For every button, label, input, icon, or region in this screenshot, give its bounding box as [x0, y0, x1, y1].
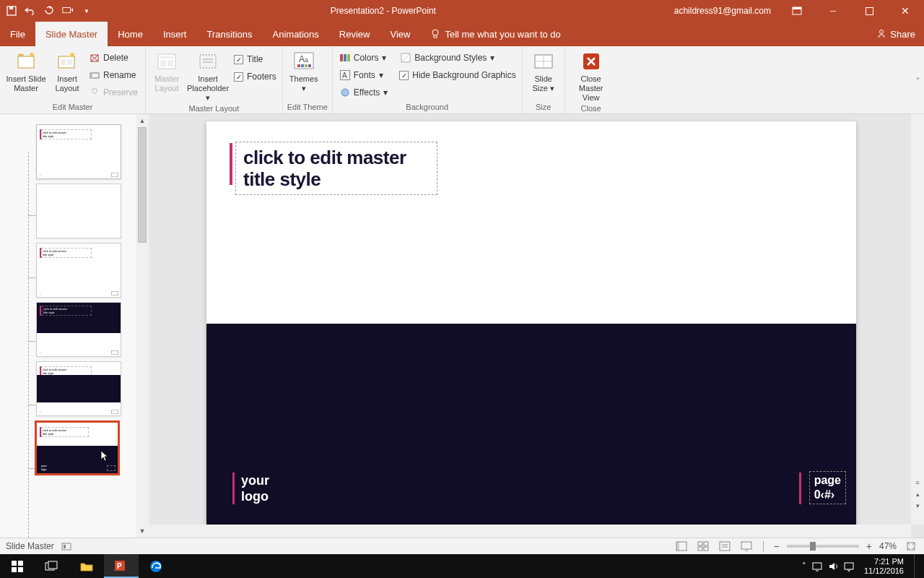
ribbon: Insert Slide Master Insert Layout Delete…	[0, 46, 924, 114]
zoom-in-button[interactable]: +	[866, 540, 872, 552]
svg-text:a: a	[305, 56, 308, 64]
colors-button[interactable]: Colors ▾	[337, 50, 391, 66]
close-master-view-button[interactable]: Close Master View	[570, 48, 613, 103]
minimize-button[interactable]: ─	[817, 0, 849, 22]
taskbar-clock[interactable]: 7:21 PM11/12/2016	[860, 557, 908, 576]
tray-volume-icon[interactable]	[828, 561, 838, 571]
editor-horizontal-scrollbar[interactable]	[149, 525, 911, 538]
title-placeholder[interactable]: click to edit master title style	[235, 142, 437, 195]
svg-rect-53	[18, 567, 23, 572]
svg-rect-46	[704, 547, 708, 551]
hide-background-graphics-checkbox[interactable]: ✓Hide Background Graphics	[398, 67, 517, 83]
slideshow-view-icon[interactable]	[739, 540, 754, 552]
svg-rect-2	[63, 8, 71, 13]
next-slide-icon[interactable]: ▾	[911, 500, 924, 512]
slide-canvas[interactable]: click to edit master title style yourlog…	[206, 121, 856, 526]
layout-thumbnail-5-selected[interactable]: click to edit mastertitle style yourlogo	[35, 420, 120, 475]
effects-button[interactable]: Effects ▾	[337, 85, 391, 100]
editor-vertical-scrollbar[interactable]	[911, 114, 924, 525]
hierarchy-line	[28, 152, 29, 538]
effects-icon	[340, 87, 350, 98]
account-name[interactable]: achildress91@gmail.com	[674, 6, 777, 16]
file-explorer-button[interactable]	[69, 554, 104, 578]
logo-placeholder[interactable]: yourlogo	[241, 473, 269, 504]
fonts-button[interactable]: AFonts ▾	[337, 67, 391, 83]
page-accent-bar	[799, 473, 801, 504]
cursor-icon	[100, 450, 109, 462]
undo-icon[interactable]	[25, 5, 36, 17]
insert-placeholder-button[interactable]: Insert Placeholder ▾	[186, 48, 230, 103]
svg-rect-12	[67, 59, 72, 65]
redo-icon[interactable]	[43, 5, 55, 17]
delete-button[interactable]: Delete	[87, 50, 141, 66]
status-mode: Slide Master	[6, 541, 54, 551]
rename-icon	[90, 70, 100, 80]
footers-checkbox[interactable]: ✓Footers	[232, 69, 278, 85]
scroll-up-icon[interactable]: ▲	[136, 114, 149, 127]
zoom-slider[interactable]	[787, 545, 859, 548]
show-desktop-button[interactable]	[914, 554, 918, 578]
master-thumbnail[interactable]: click to edit mastertitle style l	[36, 124, 121, 179]
slide-size-icon	[532, 50, 555, 73]
insert-slide-master-button[interactable]: Insert Slide Master	[4, 48, 48, 93]
tab-file[interactable]: File	[0, 22, 35, 46]
task-view-button[interactable]	[35, 554, 69, 578]
background-styles-button[interactable]: Background Styles ▾	[398, 50, 517, 66]
page-number-placeholder[interactable]: page0‹#›	[809, 471, 846, 504]
layout-thumbnail-1[interactable]	[36, 184, 121, 238]
collapse-ribbon-icon[interactable]: ˄	[916, 76, 920, 84]
prev-slide-icon[interactable]: ▴	[911, 488, 924, 500]
scrollbar-thumb[interactable]	[138, 127, 147, 243]
qat-customize-icon[interactable]: ▼	[81, 5, 92, 17]
zoom-slider-handle[interactable]	[810, 542, 816, 551]
start-button[interactable]	[0, 554, 35, 578]
tab-home[interactable]: Home	[108, 22, 153, 46]
tab-insert[interactable]: Insert	[153, 22, 197, 46]
layout-thumbnail-4[interactable]: click to edit mastertitle style l	[36, 361, 121, 416]
thumbnail-scrollbar[interactable]: ▲ ▼	[136, 114, 149, 538]
edge-taskbar-button[interactable]	[139, 554, 173, 578]
layout-thumbnail-3[interactable]: click to edit mastertitle style l	[36, 302, 121, 357]
master-layout-button: Master Layout	[150, 48, 183, 93]
group-label-background: Background	[337, 101, 518, 113]
title-checkbox[interactable]: ✓Title	[232, 51, 278, 67]
svg-rect-44	[704, 542, 708, 545]
tray-network-icon[interactable]	[812, 561, 822, 571]
tab-view[interactable]: View	[380, 22, 420, 46]
fit-to-window-icon[interactable]: ≡	[911, 477, 924, 488]
svg-rect-21	[203, 59, 213, 60]
start-from-beginning-icon[interactable]	[62, 5, 74, 17]
tab-slide-master[interactable]: Slide Master	[35, 22, 108, 46]
zoom-out-button[interactable]: −	[774, 540, 780, 552]
tray-action-center-icon[interactable]	[844, 561, 854, 571]
slide-sorter-view-icon[interactable]	[696, 540, 710, 552]
status-bar: Slide Master │ − + 47%	[0, 538, 924, 554]
svg-rect-30	[340, 54, 343, 61]
tab-animations[interactable]: Animations	[263, 22, 329, 46]
ribbon-display-options-icon[interactable]	[781, 0, 813, 22]
insert-layout-button[interactable]: Insert Layout	[51, 48, 84, 93]
fit-slide-icon[interactable]	[904, 540, 918, 552]
tell-me-search[interactable]: Tell me what you want to do	[420, 22, 560, 46]
maximize-button[interactable]	[853, 0, 885, 22]
tray-chevron-icon[interactable]: ˄	[802, 561, 806, 571]
close-button[interactable]: ✕	[889, 0, 921, 22]
svg-rect-52	[12, 567, 17, 572]
group-background: Colors ▾ AFonts ▾ Effects ▾ Background S…	[333, 46, 523, 113]
scroll-down-icon[interactable]: ▼	[136, 525, 149, 538]
reading-view-icon[interactable]	[718, 540, 732, 552]
group-close: Close Master View Close	[565, 46, 617, 113]
normal-view-icon[interactable]	[674, 540, 689, 552]
slide-editor[interactable]: click to edit master title style yourlog…	[149, 114, 924, 538]
tab-transitions[interactable]: Transitions	[196, 22, 262, 46]
powerpoint-taskbar-button[interactable]: P	[104, 554, 139, 578]
themes-button[interactable]: Aa Themes▾	[287, 48, 321, 93]
rename-button[interactable]: Rename	[87, 67, 141, 83]
zoom-level[interactable]: 47%	[879, 541, 897, 551]
status-indicator-icon[interactable]	[61, 541, 71, 551]
slide-size-button[interactable]: Slide Size ▾	[527, 48, 560, 93]
layout-thumbnail-2[interactable]: click to edit mastertitle style l	[36, 243, 121, 298]
tab-review[interactable]: Review	[329, 22, 380, 46]
save-icon[interactable]	[6, 5, 17, 17]
share-button[interactable]: Share	[868, 22, 924, 46]
